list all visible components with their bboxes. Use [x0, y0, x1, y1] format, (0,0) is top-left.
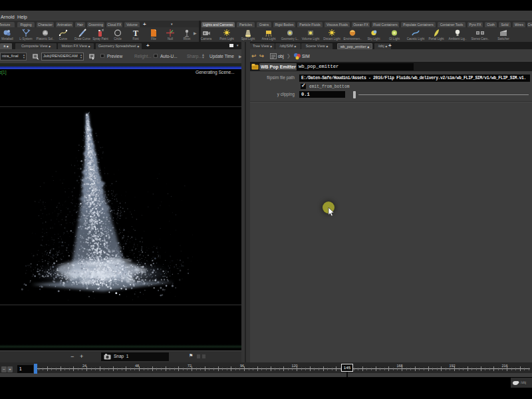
- svg-text:T: T: [133, 29, 138, 37]
